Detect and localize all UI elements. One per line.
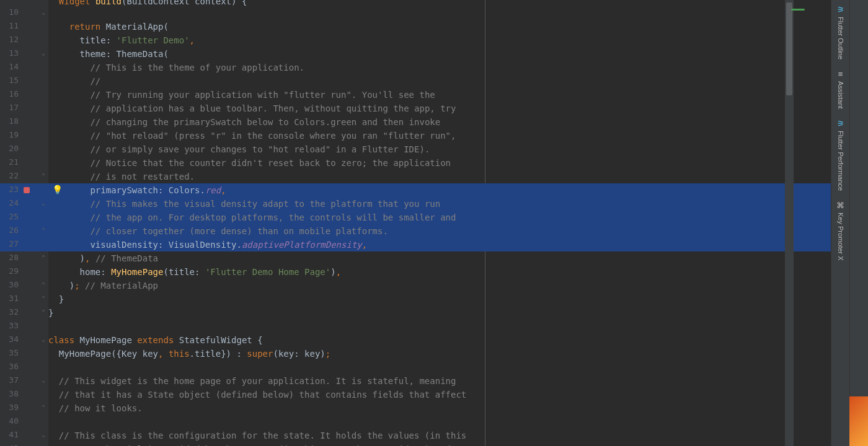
code-text[interactable]: // This class is the configuration for t… — [48, 431, 466, 440]
inspection-indicator[interactable] — [791, 9, 805, 11]
fold-toggle-icon[interactable]: ⌃ — [40, 308, 47, 316]
code-line[interactable]: 30⌃ ); // MaterialApp — [0, 279, 831, 292]
code-line[interactable]: 31⌃ } — [0, 292, 831, 306]
line-number: 36 — [0, 361, 19, 371]
fold-toggle-icon[interactable]: ⌃ — [40, 254, 47, 261]
code-text[interactable]: // is not restarted. — [48, 172, 195, 181]
code-text[interactable]: // This makes the visual density adapt t… — [48, 199, 440, 209]
code-text[interactable]: title: 'Flutter Demo', — [48, 35, 195, 45]
plugin-badge — [849, 396, 868, 446]
code-line[interactable]: 36 — [0, 361, 831, 374]
code-line[interactable]: 14 // This is the theme of your applicat… — [0, 61, 831, 74]
code-line[interactable]: 10⌄ — [0, 6, 831, 20]
code-line[interactable]: 42 // case the title) provided by the pa… — [0, 442, 831, 446]
fold-toggle-icon[interactable]: ⌃ — [40, 227, 47, 234]
line-number: 19 — [0, 129, 19, 139]
code-line[interactable]: 21 // Notice that the counter didn't res… — [0, 156, 831, 170]
fold-toggle-icon[interactable]: ⌄ — [40, 377, 47, 384]
code-text[interactable]: MyHomePage({Key key, this.title}) : supe… — [48, 349, 330, 359]
line-number: 30 — [0, 279, 19, 289]
code-line[interactable]: 25 // the app on. For desktop platforms,… — [0, 211, 831, 224]
code-text[interactable]: theme: ThemeData( — [48, 49, 169, 59]
code-text[interactable]: // This widget is the home page of your … — [48, 376, 456, 386]
tool-window-tab-assistant[interactable]: ≡Assistant — [836, 64, 846, 114]
code-text[interactable]: // changing the primarySwatch below to C… — [48, 117, 440, 127]
code-text[interactable]: } — [48, 294, 64, 304]
line-number: 13 — [0, 47, 19, 58]
right-tool-window-bar: ⚞Flutter Outline≡Assistant⚞Flutter Perfo… — [831, 0, 868, 446]
code-line[interactable]: 18 // changing the primarySwatch below t… — [0, 115, 831, 129]
vertical-scrollbar-thumb[interactable] — [786, 2, 792, 95]
line-number: 37 — [0, 374, 19, 385]
code-text[interactable]: // how it looks. — [48, 403, 143, 413]
fold-toggle-icon[interactable]: ⌄ — [40, 50, 47, 57]
flutter-outline-icon: ⚞ — [837, 5, 844, 14]
code-line[interactable]: 33 — [0, 320, 831, 333]
flutter-performance-icon: ⚞ — [837, 119, 844, 128]
tool-window-tab-key-promoter-x[interactable]: ⌘Key Promoter X — [835, 196, 846, 266]
partial-line-top: Widget build(BuildContext context) { — [48, 0, 247, 6]
fold-toggle-icon[interactable]: ⌃ — [40, 295, 47, 302]
code-line[interactable]: 40 — [0, 415, 831, 429]
code-line[interactable]: 39⌃ // how it looks. — [0, 401, 831, 415]
code-editor[interactable]: Widget build(BuildContext context) { 10⌄… — [0, 0, 831, 446]
code-text[interactable]: // closer together (more dense) than on … — [48, 226, 388, 236]
line-number: 33 — [0, 320, 19, 330]
code-line[interactable]: 16 // Try running your application with … — [0, 88, 831, 102]
code-text[interactable]: // or simply save your changes to "hot r… — [48, 144, 430, 154]
code-line[interactable]: 23💡 primarySwatch: Colors.red, — [0, 183, 831, 197]
code-text[interactable]: primarySwatch: Colors.red, — [48, 185, 226, 195]
code-text[interactable]: // Try running your application with "fl… — [48, 90, 435, 100]
line-number: 11 — [0, 20, 19, 30]
code-text[interactable]: home: MyHomePage(title: 'Flutter Demo Ho… — [48, 267, 341, 277]
code-text[interactable]: // the app on. For desktop platforms, th… — [48, 212, 456, 222]
code-text[interactable]: return MaterialApp( — [48, 22, 169, 32]
fold-toggle-icon[interactable]: ⌄ — [40, 336, 47, 343]
tool-window-tab-flutter-outline[interactable]: ⚞Flutter Outline — [836, 0, 846, 64]
code-line[interactable]: 28⌃ ), // ThemeData — [0, 251, 831, 265]
code-text[interactable]: } — [48, 308, 53, 318]
code-line[interactable]: 24⌄ // This makes the visual density ada… — [0, 197, 831, 211]
code-text[interactable]: ), // ThemeData — [48, 253, 158, 263]
code-line[interactable]: 26⌃ // closer together (more dense) than… — [0, 224, 831, 238]
tool-window-tab-label: Key Promoter X — [837, 212, 844, 261]
fold-toggle-icon[interactable]: ⌄ — [40, 431, 47, 439]
fold-toggle-icon[interactable]: ⌃ — [40, 172, 47, 180]
breakpoint-icon[interactable] — [24, 187, 30, 193]
code-line[interactable]: 35 MyHomePage({Key key, this.title}) : s… — [0, 347, 831, 361]
code-text[interactable]: visualDensity: VisualDensity.adaptivePla… — [48, 240, 367, 250]
code-text[interactable]: // application has a blue toolbar. Then,… — [48, 103, 456, 113]
code-line[interactable]: 15 // — [0, 74, 831, 88]
code-line[interactable]: 17 // application has a blue toolbar. Th… — [0, 102, 831, 115]
code-text[interactable]: // "hot reload" (press "r" in the consol… — [48, 131, 456, 141]
code-text[interactable]: class MyHomePage extends StatefulWidget … — [48, 335, 263, 345]
code-line[interactable]: 34⌄class MyHomePage extends StatefulWidg… — [0, 333, 831, 347]
fold-toggle-icon[interactable]: ⌃ — [40, 281, 47, 289]
line-number: 38 — [0, 388, 19, 398]
code-line[interactable]: 32⌃} — [0, 306, 831, 320]
tool-window-column: ⚞Flutter Outline≡Assistant⚞Flutter Perfo… — [831, 0, 849, 446]
code-line[interactable]: 22⌃ // is not restarted. — [0, 170, 831, 183]
code-text[interactable]: // This is the theme of your application… — [48, 63, 304, 72]
code-text[interactable]: ); // MaterialApp — [48, 281, 158, 291]
code-line[interactable]: 19 // "hot reload" (press "r" in the con… — [0, 129, 831, 142]
code-text[interactable]: // — [48, 76, 100, 86]
code-line[interactable]: 27 visualDensity: VisualDensity.adaptive… — [0, 238, 831, 251]
code-line[interactable]: 41⌄ // This class is the configuration f… — [0, 429, 831, 442]
code-line[interactable]: 38 // that it has a State object (define… — [0, 388, 831, 401]
code-line[interactable]: 13⌄ theme: ThemeData( — [0, 47, 831, 61]
line-number: 12 — [0, 33, 19, 44]
code-line[interactable]: 11 return MaterialApp( — [0, 20, 831, 33]
fold-toggle-icon[interactable]: ⌄ — [40, 9, 47, 16]
fold-toggle-icon[interactable]: ⌃ — [40, 404, 47, 411]
line-number: 31 — [0, 292, 19, 303]
tool-window-tab-flutter-performance[interactable]: ⚞Flutter Performance — [836, 114, 846, 196]
code-line[interactable]: 12 title: 'Flutter Demo', — [0, 33, 831, 47]
code-line[interactable]: 20 // or simply save your changes to "ho… — [0, 142, 831, 156]
code-line[interactable]: 37⌄ // This widget is the home page of y… — [0, 374, 831, 388]
code-text[interactable]: // that it has a State object (defined b… — [48, 390, 466, 400]
fold-toggle-icon[interactable]: ⌄ — [40, 199, 47, 207]
code-text[interactable]: // Notice that the counter didn't reset … — [48, 158, 451, 168]
line-number: 21 — [0, 156, 19, 167]
code-line[interactable]: 29 home: MyHomePage(title: 'Flutter Demo… — [0, 265, 831, 279]
